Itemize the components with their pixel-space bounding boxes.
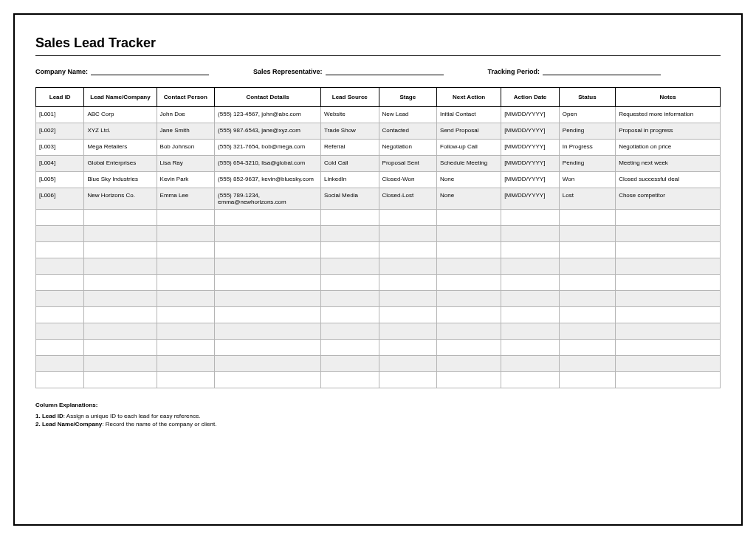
table-cell[interactable]: None	[437, 188, 501, 210]
table-cell[interactable]	[437, 356, 501, 372]
table-cell[interactable]	[84, 242, 157, 258]
table-cell[interactable]	[616, 226, 721, 242]
table-cell[interactable]	[616, 323, 721, 340]
table-cell[interactable]	[36, 226, 84, 242]
table-cell[interactable]: Proposal Sent	[379, 156, 437, 172]
table-cell[interactable]	[215, 323, 321, 340]
table-cell[interactable]: Contacted	[379, 123, 437, 140]
table-cell[interactable]: New Lead	[379, 107, 437, 123]
table-cell[interactable]: [MM/DD/YYYY]	[501, 188, 560, 210]
table-cell[interactable]	[157, 210, 215, 226]
tracking-period-input-line[interactable]	[543, 66, 661, 75]
table-cell[interactable]: (555) 654-3210, lisa@global.com	[215, 156, 321, 172]
table-cell[interactable]	[321, 258, 379, 275]
table-cell[interactable]	[501, 356, 560, 372]
table-cell[interactable]: Social Media	[321, 188, 379, 210]
table-cell[interactable]	[215, 356, 321, 372]
table-cell[interactable]	[36, 356, 84, 372]
table-cell[interactable]	[616, 258, 721, 275]
table-cell[interactable]	[84, 258, 157, 275]
table-cell[interactable]: Blue Sky Industries	[84, 172, 157, 188]
table-cell[interactable]	[501, 226, 560, 242]
table-cell[interactable]	[501, 372, 560, 388]
table-cell[interactable]	[437, 340, 501, 356]
table-cell[interactable]	[616, 340, 721, 356]
company-name-input-line[interactable]	[91, 66, 209, 75]
table-cell[interactable]	[321, 307, 379, 323]
table-cell[interactable]	[157, 275, 215, 291]
table-cell[interactable]	[616, 275, 721, 291]
table-cell[interactable]	[559, 242, 615, 258]
table-cell[interactable]: [L001]	[36, 107, 84, 123]
table-cell[interactable]	[215, 372, 321, 388]
table-cell[interactable]: Open	[559, 107, 615, 123]
table-cell[interactable]	[616, 291, 721, 307]
table-cell[interactable]: (555) 987-6543, jane@xyz.com	[215, 123, 321, 140]
table-cell[interactable]: Closed successful deal	[616, 172, 721, 188]
table-cell[interactable]: Emma Lee	[157, 188, 215, 210]
table-cell[interactable]	[321, 291, 379, 307]
table-cell[interactable]: Referral	[321, 140, 379, 156]
table-cell[interactable]	[36, 307, 84, 323]
table-cell[interactable]	[84, 372, 157, 388]
table-cell[interactable]	[501, 258, 560, 275]
table-cell[interactable]	[559, 356, 615, 372]
table-cell[interactable]: Global Enterprises	[84, 156, 157, 172]
table-cell[interactable]: Negotiation	[379, 140, 437, 156]
table-cell[interactable]	[379, 356, 437, 372]
table-cell[interactable]	[84, 275, 157, 291]
table-cell[interactable]: (555) 321-7654, bob@mega.com	[215, 140, 321, 156]
table-cell[interactable]	[501, 323, 560, 340]
table-cell[interactable]	[36, 275, 84, 291]
table-cell[interactable]: Meeting next week	[616, 156, 721, 172]
table-cell[interactable]: Website	[321, 107, 379, 123]
table-cell[interactable]	[559, 210, 615, 226]
table-cell[interactable]: [MM/DD/YYYY]	[501, 172, 560, 188]
table-cell[interactable]	[84, 307, 157, 323]
table-cell[interactable]	[36, 323, 84, 340]
table-cell[interactable]	[501, 242, 560, 258]
table-cell[interactable]	[559, 258, 615, 275]
table-cell[interactable]	[379, 210, 437, 226]
table-cell[interactable]	[559, 291, 615, 307]
table-cell[interactable]	[321, 356, 379, 372]
table-cell[interactable]	[157, 372, 215, 388]
table-cell[interactable]: New Horizons Co.	[84, 188, 157, 210]
table-cell[interactable]: (555) 852-9637, kevin@bluesky.com	[215, 172, 321, 188]
table-cell[interactable]: [L006]	[36, 188, 84, 210]
table-cell[interactable]: [MM/DD/YYYY]	[501, 123, 560, 140]
table-cell[interactable]	[215, 307, 321, 323]
table-cell[interactable]: Jane Smith	[157, 123, 215, 140]
table-cell[interactable]	[379, 275, 437, 291]
table-cell[interactable]	[379, 372, 437, 388]
table-cell[interactable]: Chose competitor	[616, 188, 721, 210]
table-cell[interactable]	[157, 307, 215, 323]
table-cell[interactable]	[379, 340, 437, 356]
table-cell[interactable]	[379, 291, 437, 307]
table-cell[interactable]	[84, 356, 157, 372]
table-cell[interactable]: ABC Corp	[84, 107, 157, 123]
table-cell[interactable]: [L004]	[36, 156, 84, 172]
table-cell[interactable]	[321, 210, 379, 226]
table-cell[interactable]	[437, 275, 501, 291]
table-cell[interactable]: Kevin Park	[157, 172, 215, 188]
table-cell[interactable]	[215, 291, 321, 307]
table-cell[interactable]	[157, 258, 215, 275]
table-cell[interactable]: Lost	[559, 188, 615, 210]
table-cell[interactable]: LinkedIn	[321, 172, 379, 188]
table-cell[interactable]	[616, 307, 721, 323]
table-cell[interactable]	[215, 340, 321, 356]
table-cell[interactable]	[157, 226, 215, 242]
table-cell[interactable]: XYZ Ltd.	[84, 123, 157, 140]
table-cell[interactable]	[559, 307, 615, 323]
table-cell[interactable]	[84, 323, 157, 340]
table-cell[interactable]	[215, 210, 321, 226]
table-cell[interactable]	[616, 372, 721, 388]
table-cell[interactable]	[616, 210, 721, 226]
table-cell[interactable]: Pending	[559, 123, 615, 140]
table-cell[interactable]: Proposal in progress	[616, 123, 721, 140]
table-cell[interactable]	[437, 242, 501, 258]
table-cell[interactable]	[501, 275, 560, 291]
table-cell[interactable]	[84, 210, 157, 226]
table-cell[interactable]	[437, 307, 501, 323]
